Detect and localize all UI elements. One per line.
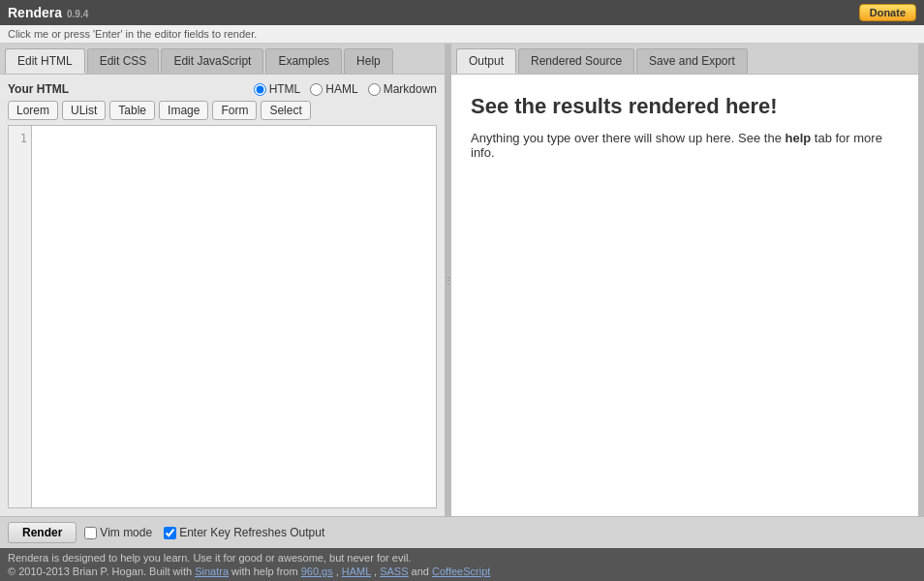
sinatra-link[interactable]: Sinatra xyxy=(195,566,229,577)
enter-key-checkbox[interactable] xyxy=(164,527,176,539)
left-tabs: Edit HTML Edit CSS Edit JavaScript Examp… xyxy=(0,44,445,75)
haml-link[interactable]: HAML xyxy=(342,566,371,577)
nine-sixty-link[interactable]: 960.gs xyxy=(301,566,333,577)
main-area: Edit HTML Edit CSS Edit JavaScript Examp… xyxy=(0,44,924,516)
footer: Rendera is designed to help you learn. U… xyxy=(0,548,924,581)
line-number-1: 1 xyxy=(13,130,27,147)
render-button[interactable]: Render xyxy=(8,522,77,543)
instruction-bar: Click me or press 'Enter' in the editor … xyxy=(0,25,924,44)
app-title: Rendera 0.9.4 xyxy=(8,5,88,20)
radio-haml[interactable] xyxy=(310,83,323,96)
tab-edit-javascript[interactable]: Edit JavaScript xyxy=(161,48,263,74)
enter-key-text: Enter Key Refreshes Output xyxy=(179,526,324,539)
tab-output[interactable]: Output xyxy=(456,48,516,74)
radio-html-label[interactable]: HTML xyxy=(254,82,301,96)
vim-mode-label[interactable]: Vim mode xyxy=(84,526,152,539)
radio-html-text: HTML xyxy=(269,82,301,96)
line-numbers: 1 xyxy=(8,125,31,508)
resize-handle-right xyxy=(918,44,924,516)
coffeescript-link[interactable]: CoffeeScript xyxy=(432,566,490,577)
right-content: See the results rendered here! Anything … xyxy=(451,75,918,516)
titlebar: Rendera 0.9.4 Donate xyxy=(0,0,924,25)
tab-edit-css[interactable]: Edit CSS xyxy=(87,48,160,74)
enter-key-label[interactable]: Enter Key Refreshes Output xyxy=(164,526,324,539)
right-panel: Output Rendered Source Save and Export S… xyxy=(451,44,918,516)
bottom-bar: Render Vim mode Enter Key Refreshes Outp… xyxy=(0,516,924,548)
app-version: 0.9.4 xyxy=(67,9,88,19)
footer-tagline: Rendera is designed to help you learn. U… xyxy=(8,552,916,564)
left-content: Your HTML HTML HAML Markdown xyxy=(0,75,445,516)
tab-edit-html[interactable]: Edit HTML xyxy=(5,48,85,74)
vim-mode-checkbox[interactable] xyxy=(84,527,97,539)
instruction-text: Click me or press 'Enter' in the editor … xyxy=(8,28,257,40)
radio-markdown[interactable] xyxy=(368,83,381,96)
code-textarea[interactable] xyxy=(31,125,437,508)
editor-area: 1 xyxy=(8,125,437,508)
credits-and: and xyxy=(409,566,432,577)
vim-mode-text: Vim mode xyxy=(100,526,152,539)
radio-group: HTML HAML Markdown xyxy=(254,82,437,96)
radio-haml-label[interactable]: HAML xyxy=(310,82,357,96)
output-bold-word: help xyxy=(785,131,811,145)
credits-middle: with help from xyxy=(229,566,301,577)
snippet-table[interactable]: Table xyxy=(109,101,155,120)
bottom-options: Vim mode Enter Key Refreshes Output xyxy=(84,526,324,539)
footer-credits: © 2010-2013 Brian P. Hogan. Built with S… xyxy=(8,566,916,577)
output-heading: See the results rendered here! xyxy=(471,94,899,119)
radio-html[interactable] xyxy=(254,83,266,96)
tab-save-and-export[interactable]: Save and Export xyxy=(636,48,748,74)
app-name: Rendera xyxy=(8,5,62,20)
donate-button[interactable]: Donate xyxy=(859,4,916,21)
tab-examples[interactable]: Examples xyxy=(265,48,342,74)
html-label: Your HTML xyxy=(8,82,69,96)
credits-prefix: © 2010-2013 Brian P. Hogan. Built with xyxy=(8,566,195,577)
output-text: Anything you type over there will show u… xyxy=(471,131,899,160)
snippet-ulist[interactable]: UList xyxy=(62,101,106,120)
radio-markdown-text: Markdown xyxy=(384,82,437,96)
html-label-row: Your HTML HTML HAML Markdown xyxy=(8,82,437,96)
snippet-select[interactable]: Select xyxy=(261,101,310,120)
tab-rendered-source[interactable]: Rendered Source xyxy=(518,48,634,74)
output-text-before: Anything you type over there will show u… xyxy=(471,131,785,145)
right-tabs: Output Rendered Source Save and Export xyxy=(451,44,918,75)
radio-haml-text: HAML xyxy=(325,82,357,96)
sass-link[interactable]: SASS xyxy=(380,566,408,577)
left-panel: Edit HTML Edit CSS Edit JavaScript Examp… xyxy=(0,44,446,516)
snippet-image[interactable]: Image xyxy=(159,101,208,120)
tab-help[interactable]: Help xyxy=(344,48,393,74)
snippet-form[interactable]: Form xyxy=(212,101,257,120)
snippet-lorem[interactable]: Lorem xyxy=(8,101,58,120)
radio-markdown-label[interactable]: Markdown xyxy=(368,82,437,96)
snippet-buttons: Lorem UList Table Image Form Select xyxy=(8,101,437,120)
